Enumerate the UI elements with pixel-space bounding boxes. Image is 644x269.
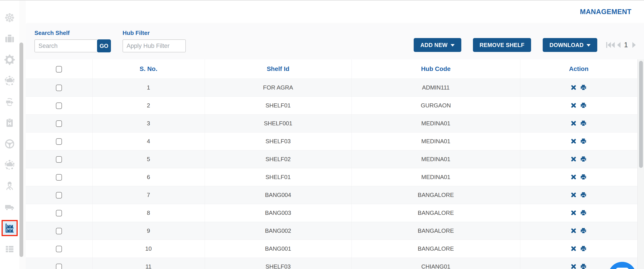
cell-sno: 7 [92, 186, 204, 204]
sidebar-item-clipboard-hub[interactable] [1, 112, 18, 133]
print-shelf-button[interactable] [580, 138, 587, 145]
shelf-icon [4, 223, 15, 233]
network-hub-icon [4, 12, 15, 23]
row-checkbox[interactable] [56, 138, 62, 145]
print-shelf-button[interactable] [580, 209, 587, 216]
cell-hub-code: BANGALORE [352, 204, 520, 222]
delete-shelf-button[interactable] [571, 85, 576, 90]
select-all-checkbox[interactable] [56, 66, 62, 73]
print-shelf-button[interactable] [580, 156, 587, 162]
cell-shelf-id: SHELF03 [204, 257, 352, 269]
cell-sno: 10 [92, 240, 204, 257]
print-icon [580, 227, 587, 234]
delete-x-icon [571, 174, 576, 180]
delete-shelf-button[interactable] [571, 264, 576, 269]
delete-shelf-button[interactable] [571, 120, 576, 126]
sidebar-item-briefcase[interactable] [1, 28, 18, 49]
cell-sno: 5 [92, 150, 204, 168]
sidebar-item-courier[interactable] [1, 175, 18, 196]
row-checkbox[interactable] [56, 120, 62, 127]
print-icon [580, 174, 587, 180]
print-shelf-button[interactable] [580, 263, 587, 269]
row-checkbox-cell [26, 168, 92, 186]
cell-hub-code: MEDINA01 [352, 114, 520, 132]
print-icon [580, 192, 587, 198]
steering-wheel-icon [4, 139, 15, 149]
table-scrollbar[interactable] [639, 61, 643, 168]
sidebar-item-network[interactable] [1, 7, 18, 28]
print-shelf-button[interactable] [580, 192, 587, 198]
go-button[interactable]: GO [97, 39, 111, 52]
delete-x-icon [571, 246, 576, 251]
sidebar-item-shelf-management[interactable] [2, 220, 18, 236]
sidebar-item-cloud-network-1[interactable] [1, 70, 18, 91]
sidebar-item-settings[interactable] [1, 49, 18, 70]
table-row: 3 SHELF001 MEDINA01 [26, 114, 638, 132]
print-shelf-button[interactable] [580, 227, 587, 234]
list-icon [4, 244, 15, 254]
cell-sno: 1 [92, 79, 204, 96]
row-checkbox[interactable] [56, 103, 62, 109]
delete-shelf-button[interactable] [571, 210, 576, 216]
truck-sync-icon [4, 96, 15, 107]
download-button[interactable]: DOWNLOAD [543, 38, 597, 52]
delete-shelf-button[interactable] [571, 192, 576, 198]
print-shelf-button[interactable] [580, 84, 587, 91]
sidebar-item-driver[interactable] [1, 133, 18, 154]
row-checkbox-cell [26, 222, 92, 240]
cell-action [520, 222, 638, 240]
truck-icon [4, 202, 15, 212]
table-region: S. No. Shelf Id Hub Code Action 1 FOR AG… [26, 59, 644, 269]
delete-shelf-button[interactable] [571, 156, 576, 162]
previous-page-icon [616, 41, 621, 49]
print-icon [580, 209, 587, 216]
delete-shelf-button[interactable] [571, 103, 576, 108]
print-shelf-button[interactable] [580, 174, 587, 180]
print-shelf-button[interactable] [580, 102, 587, 109]
row-checkbox[interactable] [56, 264, 62, 269]
row-checkbox-cell [26, 96, 92, 114]
table-row: 11 SHELF03 CHIANG01 [26, 257, 638, 269]
cell-action [520, 240, 638, 257]
delete-shelf-button[interactable] [571, 174, 576, 180]
row-checkbox[interactable] [56, 174, 62, 181]
sidebar-item-fleet[interactable] [1, 196, 18, 217]
pagination-prev-button[interactable] [616, 41, 621, 49]
delete-shelf-button[interactable] [571, 246, 576, 251]
delete-x-icon [571, 192, 576, 198]
sidebar-item-cloud-network-2[interactable] [1, 154, 18, 175]
print-icon [580, 245, 587, 252]
cell-shelf-id: FOR AGRA [204, 79, 352, 96]
row-checkbox[interactable] [56, 246, 62, 252]
delete-x-icon [571, 210, 576, 216]
row-checkbox[interactable] [56, 228, 62, 234]
sidebar-scrollbar[interactable] [20, 43, 23, 257]
row-checkbox[interactable] [56, 156, 62, 163]
pagination-first-button[interactable] [606, 41, 615, 49]
row-checkbox-cell [26, 257, 92, 269]
table-header-row: S. No. Shelf Id Hub Code Action [26, 59, 638, 79]
print-shelf-button[interactable] [580, 245, 587, 252]
pagination-next-button[interactable] [632, 41, 636, 49]
sidebar-item-truck-sync[interactable] [1, 91, 18, 112]
delete-shelf-button[interactable] [571, 228, 576, 234]
remove-shelf-button[interactable]: REMOVE SHELF [473, 38, 531, 52]
delete-shelf-button[interactable] [571, 138, 576, 144]
row-checkbox[interactable] [56, 210, 62, 216]
sidebar-item-records[interactable] [1, 238, 18, 259]
row-checkbox[interactable] [56, 85, 62, 91]
print-shelf-button[interactable] [580, 120, 587, 127]
row-checkbox[interactable] [56, 192, 62, 198]
cloud-network-icon [4, 75, 15, 86]
search-input[interactable] [34, 39, 98, 52]
hub-filter-input[interactable] [122, 39, 186, 52]
cloud-network-icon [4, 160, 15, 170]
courier-person-icon [4, 181, 15, 191]
cell-hub-code: BANGALORE [352, 240, 520, 257]
page-number: 1 [624, 41, 628, 49]
add-new-button[interactable]: ADD NEW [414, 38, 461, 52]
cell-sno: 8 [92, 204, 204, 222]
cell-action [520, 150, 638, 168]
row-checkbox-cell [26, 186, 92, 204]
print-icon [580, 102, 587, 109]
